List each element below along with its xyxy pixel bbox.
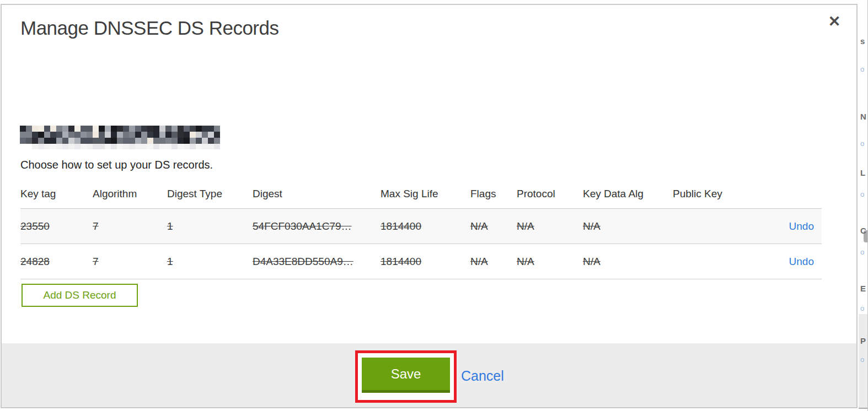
flags-value: N/A [470,220,488,232]
ds-record-row: 23550 7 1 54FCF030AA1C79… 1814400 N/A N/… [20,209,822,244]
col-header-max-sig-life: Max Sig Life [381,181,470,209]
background-text-fragment: o [860,248,864,256]
digest-value: 54FCF030AA1C79… [253,220,352,232]
flags-value: N/A [470,256,488,267]
algorithm-value: 7 [93,256,99,267]
protocol-value: N/A [517,220,534,232]
background-border-fragment [859,408,868,409]
col-header-digest: Digest [253,181,381,209]
background-text-fragment: P [860,336,866,345]
close-button[interactable]: ✕ [824,12,844,31]
dnssec-ds-records-modal: Manage DNSSEC DS Records ✕ Choose how to… [1,4,858,408]
annotation-highlight-box: Save [355,350,457,403]
col-header-key-tag: Key tag [20,181,93,209]
background-text-fragment: o [860,304,864,312]
col-header-actions [750,181,822,209]
background-text-fragment: s [860,36,865,46]
background-text-fragment: o [860,190,864,198]
background-text-fragment: o [860,65,864,73]
ds-records-table: Key tag Algorithm Digest Type Digest Max… [20,181,822,279]
background-text-fragment: o [860,139,864,148]
background-text-fragment: L [860,168,865,177]
algorithm-value: 7 [93,220,99,232]
key-tag-value: 23550 [20,220,50,232]
background-text-fragment: E [860,284,866,293]
table-header-row: Key tag Algorithm Digest Type Digest Max… [20,181,822,209]
max-sig-life-value: 1814400 [381,256,421,267]
undo-link[interactable]: Undo [789,220,814,232]
key-tag-value: 24828 [20,256,50,267]
background-text-fragment: N [860,112,866,121]
close-icon: ✕ [828,13,841,30]
ds-record-row: 24828 7 1 D4A33E8DD550A9… 1814400 N/A N/… [20,244,822,279]
key-data-alg-value: N/A [583,256,601,267]
col-header-algorithm: Algorithm [93,181,167,209]
cancel-link[interactable]: Cancel [461,368,504,384]
col-header-flags: Flags [470,181,517,209]
background-text-fragment: o [860,355,864,364]
protocol-value: N/A [517,256,534,267]
redacted-domain-name [20,126,220,149]
modal-title: Manage DNSSEC DS Records [20,17,278,39]
digest-type-value: 1 [167,220,173,232]
col-header-digest-type: Digest Type [167,181,253,209]
max-sig-life-value: 1814400 [381,220,421,232]
modal-footer: Save Cancel [2,343,856,407]
key-data-alg-value: N/A [583,220,601,232]
col-header-public-key: Public Key [673,181,750,209]
add-ds-record-button[interactable]: Add DS Record [22,284,138,307]
background-text-fragment: C [860,226,866,235]
background-page-edge: soNoLoCoEoPo [859,0,868,411]
undo-link[interactable]: Undo [789,256,814,267]
instruction-text: Choose how to set up your DS records. [20,159,213,171]
digest-value: D4A33E8DD550A9… [253,256,353,267]
save-button[interactable]: Save [362,358,450,393]
digest-type-value: 1 [167,256,173,267]
col-header-protocol: Protocol [517,181,583,209]
col-header-key-data-alg: Key Data Alg [583,181,673,209]
